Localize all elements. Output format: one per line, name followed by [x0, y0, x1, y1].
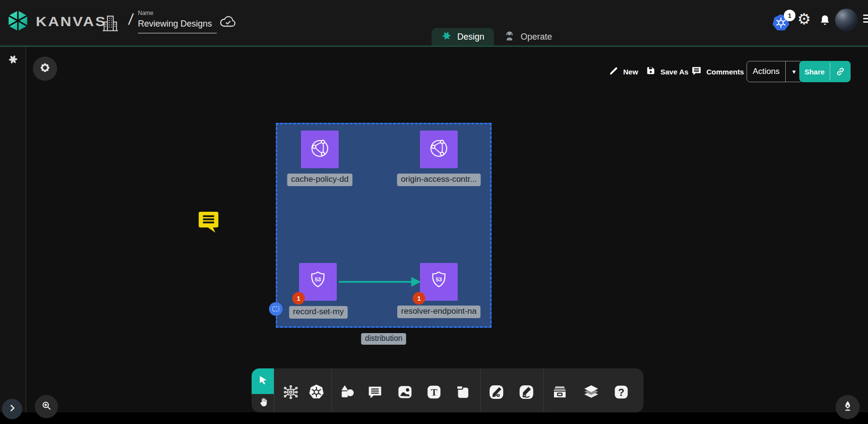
svg-text:53: 53: [436, 277, 442, 282]
tool-pencil-draw[interactable]: [517, 384, 536, 402]
route53-shield-icon: 53: [305, 268, 330, 295]
chevron-right-icon: [7, 403, 17, 415]
overflow-menu-icon[interactable]: [863, 15, 868, 25]
save-as-label: Save As: [660, 68, 688, 76]
tool-pan[interactable]: [252, 394, 274, 412]
dock-divider: [480, 368, 481, 412]
node-resolver-endpoint[interactable]: 53: [420, 263, 458, 301]
dock-divider: [274, 368, 274, 412]
tool-text[interactable]: T: [425, 384, 443, 402]
kanvas-hexagon-icon: [7, 10, 29, 34]
canvas-options-button[interactable]: [33, 57, 57, 81]
help-icon: ?: [613, 384, 629, 402]
notifications-bell-icon[interactable]: [819, 14, 831, 29]
share-link-icon[interactable]: [830, 61, 851, 82]
share-label: Share: [799, 61, 830, 82]
issue-badge-record-set[interactable]: 1: [292, 292, 305, 305]
new-label: New: [623, 68, 638, 76]
sidebar-spiral-icon[interactable]: [7, 54, 19, 67]
tool-kubernetes[interactable]: [307, 384, 326, 402]
image-icon: [396, 383, 414, 403]
text-tool-icon: T: [426, 384, 442, 402]
logo-text: KANVAS: [36, 14, 107, 29]
hand-icon: [258, 397, 269, 409]
header-divider: [0, 45, 868, 47]
svg-text:53: 53: [315, 277, 321, 282]
organization-icon[interactable]: [102, 13, 119, 34]
settings-gear-icon[interactable]: ⚙: [797, 12, 811, 27]
cloud-saved-icon: [219, 13, 237, 31]
tool-pen-path[interactable]: [487, 384, 506, 402]
actions-label: Actions: [747, 61, 785, 82]
design-name-input[interactable]: [138, 18, 217, 33]
shapes-icon: [338, 383, 356, 403]
kubernetes-count-badge: 1: [784, 10, 795, 21]
save-as-button[interactable]: Save As: [645, 62, 688, 81]
bottom-edge-strip: [0, 412, 868, 424]
tool-shapes[interactable]: [338, 384, 356, 402]
floppy-disk-icon: [645, 65, 656, 78]
node-label-resolver-endpoint[interactable]: resolver-endpoint-na: [397, 306, 480, 318]
cloudfront-globe-icon: [307, 135, 333, 163]
zoom-in-button[interactable]: [35, 395, 58, 418]
tool-image[interactable]: [396, 384, 414, 402]
tool-archive[interactable]: [551, 384, 569, 402]
breadcrumb-slash: /: [127, 11, 134, 29]
left-sidebar-rail: [0, 47, 26, 412]
canvas-comment-marker[interactable]: [197, 210, 220, 237]
design-name-field: Name: [138, 10, 217, 33]
archive-drawer-icon: [551, 383, 569, 403]
comment-tool-icon: [367, 384, 383, 402]
kanvas-logo[interactable]: KANVAS: [7, 10, 107, 34]
pen-mode-button[interactable]: [836, 395, 860, 419]
comments-label: Comments: [706, 68, 744, 76]
tool-layers[interactable]: [582, 384, 600, 402]
node-cache-policy[interactable]: [301, 131, 339, 168]
tab-operate[interactable]: Operate: [494, 28, 562, 45]
dashed-rect-icon: [272, 307, 279, 311]
comment-bubble-icon: [691, 65, 702, 78]
tab-design-label: Design: [457, 32, 484, 42]
tool-select[interactable]: [252, 368, 274, 394]
pen-path-icon: [488, 383, 505, 403]
pen-nib-icon: [841, 400, 854, 414]
group-label-distribution[interactable]: distribution: [361, 333, 406, 345]
actions-button[interactable]: Actions ▾: [747, 61, 803, 82]
issue-badge-resolver-endpoint[interactable]: 1: [413, 292, 425, 305]
svg-text:?: ?: [618, 387, 625, 398]
tab-design[interactable]: Design: [432, 28, 494, 45]
layers-icon: [582, 383, 600, 403]
sticky-note-icon: [454, 384, 471, 402]
node-label-origin-access-control[interactable]: origin-access-contr...: [397, 174, 481, 186]
tool-dock: T: [252, 368, 644, 412]
operator-headset-icon: [504, 30, 515, 44]
mode-tabs: Design Operate: [432, 28, 562, 45]
name-field-label: Name: [138, 10, 217, 16]
pencil-icon: [609, 66, 619, 78]
node-label-cache-policy[interactable]: cache-policy-dd: [287, 174, 352, 186]
group-select-handle[interactable]: [269, 302, 283, 316]
node-origin-access-control[interactable]: [420, 131, 458, 168]
flower-icon: [39, 62, 51, 75]
app-root: KANVAS / Name: [0, 0, 868, 424]
new-button[interactable]: New: [609, 62, 638, 81]
tool-infrastructure[interactable]: [282, 384, 300, 402]
expand-sidebar-button[interactable]: [2, 399, 22, 419]
tool-help[interactable]: ?: [612, 384, 630, 402]
dock-divider: [331, 368, 332, 412]
route53-shield-icon: 53: [426, 268, 451, 295]
cloudfront-globe-icon: [426, 135, 452, 163]
tab-operate-label: Operate: [521, 32, 552, 42]
svg-text:T: T: [431, 387, 437, 397]
magnifier-plus-icon: [41, 400, 52, 413]
tool-sticky-note[interactable]: [453, 384, 472, 402]
cursor-arrow-icon: [257, 375, 269, 388]
circuit-chip-icon: [282, 383, 299, 403]
node-record-set[interactable]: 53: [299, 263, 337, 301]
user-avatar[interactable]: [835, 9, 858, 31]
share-button[interactable]: Share: [799, 61, 851, 82]
tool-comment[interactable]: [366, 384, 384, 402]
pencil-draw-icon: [518, 383, 535, 403]
node-label-record-set[interactable]: record-set-my: [289, 306, 348, 319]
comments-button[interactable]: Comments: [691, 62, 744, 81]
